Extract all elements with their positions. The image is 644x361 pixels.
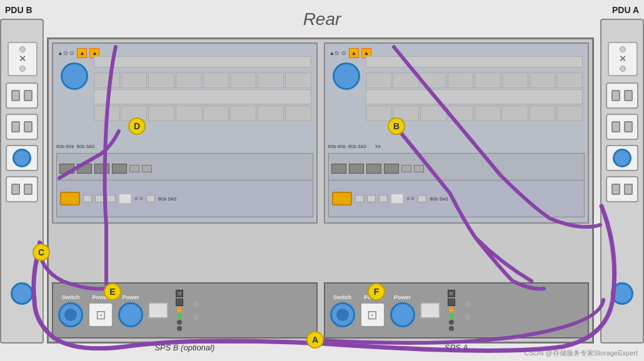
outlet-slot <box>11 121 20 132</box>
pdu-outlet-2 <box>6 114 38 140</box>
main-container: Rear PDU B PDU A ✕ <box>0 0 644 361</box>
pdu-outlet-3 <box>6 145 38 171</box>
sps-b-switch-btn[interactable] <box>58 302 83 327</box>
sps-a-switch-btn[interactable] <box>330 302 355 327</box>
outlet-slot <box>611 90 620 101</box>
sps-b-label: SPS B (optional) <box>154 343 214 352</box>
pdu-a-top-box: ✕ <box>608 42 638 76</box>
ctrl-right-port-labels: 8Gb 8Gb8Gb SAS X4 <box>328 141 585 152</box>
outlet-slot <box>624 184 633 195</box>
pdu-a-outlet-2 <box>606 114 638 140</box>
led-green <box>177 314 182 319</box>
indicator-x: ✕ <box>448 290 455 297</box>
screw-hole <box>19 46 26 52</box>
small-port <box>95 195 104 202</box>
pdu-a-panel: ✕ <box>600 19 644 344</box>
led-green <box>449 314 454 319</box>
small-port <box>107 195 116 202</box>
led-off2 <box>177 326 182 331</box>
outlet-slot <box>24 90 33 101</box>
ctrl-left-bottom: ⊙ ⊙ 8Gb SAS <box>56 180 313 217</box>
outlet-slot <box>624 90 633 101</box>
watermark: CSDN @存储服务专家StorageExpert <box>524 349 638 358</box>
ctrl-left-port-labels: 8Gb 8Gb8Gb SAS X4 <box>56 141 313 152</box>
sps-a-power2-label: Power <box>394 294 411 300</box>
ctrl-left-blue-btn[interactable] <box>61 62 88 90</box>
blue-connector-right-pdu <box>613 149 631 167</box>
led-orange <box>177 307 182 312</box>
cross-mark: ✕ <box>19 54 26 64</box>
port <box>349 164 364 174</box>
outlet-slot <box>611 184 620 195</box>
sps-b-power-connector <box>118 302 143 327</box>
small-port <box>367 195 376 202</box>
port <box>384 164 399 174</box>
small-port <box>146 195 155 202</box>
outlet-slot <box>611 121 620 132</box>
led-off <box>177 320 182 325</box>
warning-right-1: ▲ <box>349 48 359 58</box>
sps-row: Switch Power ⊡ Power <box>52 282 589 339</box>
sps-b-power2-section: Power <box>118 294 143 327</box>
cross-mark: ✕ <box>619 54 626 64</box>
indicator-x: ✕ <box>176 290 183 297</box>
sps-a-rj45 <box>420 302 440 319</box>
sps-a-plus-indicators: ⊕ ⊕ <box>464 299 471 322</box>
sps-a-power-outlet: ⊡ <box>360 302 385 327</box>
rack-main: ▲⊙ ⊙ ▲ ▲ <box>47 37 594 344</box>
port <box>331 164 346 174</box>
outlet-slot <box>11 184 20 195</box>
sps-b-switch-label: Switch <box>61 294 79 300</box>
small-port <box>418 195 426 202</box>
led-orange <box>449 307 454 312</box>
pdu-a-bottom-connector <box>611 282 633 305</box>
port <box>112 164 127 174</box>
badge-C: C <box>33 244 50 261</box>
controller-module-left: ▲⊙ ⊙ ▲ ▲ <box>52 42 318 224</box>
indicator-sq <box>176 299 183 306</box>
screw-hole <box>19 66 26 72</box>
sps-a-indicators: ✕ <box>448 290 455 331</box>
sps-b-power2-label: Power <box>122 294 139 300</box>
led-off <box>449 320 454 325</box>
orange-connector-left <box>60 192 80 205</box>
port <box>77 164 92 174</box>
blue-connector-left-pdu <box>13 149 31 167</box>
screw-hole <box>620 66 626 72</box>
port <box>94 164 109 174</box>
orange-connector-right <box>332 192 352 205</box>
sps-a-power2-section: Power <box>390 294 415 327</box>
ctrl-right-bottom: ⊙ ⊙ 8Gb SAS <box>328 180 585 217</box>
indicator-sq <box>448 299 455 306</box>
sps-a-module: Switch Power ⊡ Power <box>324 282 590 339</box>
outlet-slot <box>624 121 633 132</box>
sps-b-indicators: ✕ <box>176 290 183 331</box>
pdu-b-panel: ✕ <box>0 19 44 344</box>
controller-module-right: ▲⊙ ⊙ ▲ ▲ <box>324 42 590 224</box>
port-sm <box>129 165 139 172</box>
pdu-outlet-1 <box>6 82 38 109</box>
ctrl-left-grid <box>94 56 311 137</box>
pdu-a-outlet-3 <box>606 145 638 171</box>
pdu-b-top-box: ✕ <box>8 42 38 76</box>
led-off2 <box>449 326 454 331</box>
outlet-slot <box>11 90 20 101</box>
pdu-a-outlet-1 <box>606 82 638 109</box>
badge-B: B <box>388 117 405 135</box>
small-port <box>83 195 92 202</box>
small-port <box>355 195 364 202</box>
sps-a-power-connector <box>390 302 415 327</box>
sps-a-switch-label: Switch <box>333 294 351 300</box>
ctrl-right-blue-btn[interactable] <box>333 62 360 90</box>
badge-D: D <box>128 117 146 135</box>
badge-A: A <box>306 331 324 349</box>
pdu-outlet-4 <box>6 176 38 202</box>
port <box>59 164 74 174</box>
pdu-b-bottom-connector <box>11 282 33 305</box>
outlet-slot <box>24 121 33 132</box>
sps-b-rj45 <box>148 302 168 319</box>
pdu-a-label: PDU A <box>612 5 639 15</box>
port <box>366 164 381 174</box>
port-sm <box>401 165 411 172</box>
sps-a-label: SPS A <box>445 343 468 352</box>
